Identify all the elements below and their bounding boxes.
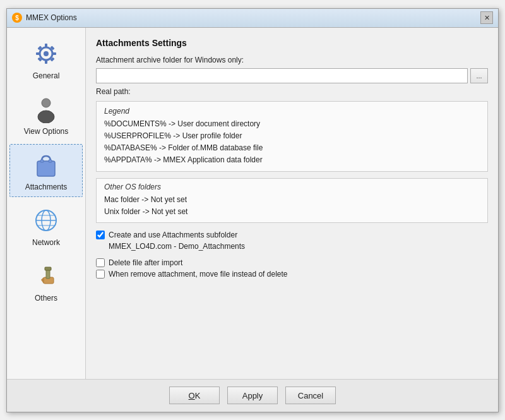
delete-checkbox-label[interactable]: Delete file after import	[109, 258, 182, 267]
sidebar-attachments-label: Attachments	[25, 183, 68, 191]
legend-item-1: %USERPROFILE% -> User profile folder	[104, 130, 480, 142]
svg-rect-23	[45, 267, 51, 270]
browse-button[interactable]: ...	[470, 68, 488, 83]
move-checkbox-row: When remove attachment, move file instea…	[96, 270, 488, 279]
svg-marker-21	[41, 277, 44, 284]
legend-item-3: %APPDATA% -> MMEX Application data folde…	[104, 154, 480, 166]
legend-title: Legend	[104, 107, 480, 116]
svg-rect-13	[40, 160, 44, 162]
other-os-item-0: Mac folder -> Not yet set	[104, 194, 480, 206]
delete-checkbox[interactable]	[96, 258, 105, 267]
title-bar: $ MMEX Options ✕	[7, 9, 498, 28]
attachments-icon	[31, 150, 61, 180]
others-icon	[31, 261, 61, 291]
sidebar-item-network[interactable]: Network	[9, 200, 83, 253]
subfolder-checkbox-row: Create and use Attachments subfolder	[96, 231, 488, 239]
section-title: Attachments Settings	[96, 38, 488, 48]
svg-point-1	[44, 51, 49, 56]
svg-rect-5	[52, 52, 56, 55]
sidebar-general-label: General	[33, 71, 60, 80]
svg-point-10	[42, 99, 50, 107]
move-checkbox[interactable]	[96, 270, 105, 279]
svg-rect-14	[49, 160, 52, 162]
legend-item-2: %DATABASE% -> Folder of.MMB database fil…	[104, 142, 480, 154]
sidebar-item-attachments[interactable]: Attachments	[9, 144, 83, 197]
sidebar-view-options-label: View Options	[24, 127, 68, 136]
subfolder-checkbox[interactable]	[96, 231, 105, 239]
other-os-box: Other OS folders Mac folder -> Not yet s…	[96, 178, 488, 222]
app-icon: $	[12, 13, 22, 23]
content-area: Attachments Settings Attachment archive …	[86, 28, 498, 379]
sidebar-item-general[interactable]: General	[9, 33, 83, 86]
move-checkbox-label[interactable]: When remove attachment, move file instea…	[109, 270, 287, 279]
svg-point-11	[38, 111, 54, 123]
svg-rect-2	[45, 44, 47, 47]
other-os-item-1: Unix folder -> Not yet set	[104, 206, 480, 218]
subfolder-path: MMEX_LO4D.com - Demo_Attachments	[109, 242, 488, 251]
sidebar: General View Options	[7, 28, 86, 379]
svg-rect-12	[37, 161, 55, 176]
svg-rect-3	[45, 60, 47, 64]
delete-checkbox-row: Delete file after import	[96, 258, 488, 267]
legend-item-0: %DOCUMENTS% -> User document directory	[104, 118, 480, 130]
network-icon	[31, 205, 61, 236]
svg-rect-4	[36, 52, 40, 55]
general-icon	[31, 39, 61, 69]
subfolder-checkbox-label[interactable]: Create and use Attachments subfolder	[109, 231, 237, 239]
sidebar-item-others[interactable]: Others	[9, 255, 83, 308]
sidebar-others-label: Others	[35, 294, 57, 303]
sidebar-item-view-options[interactable]: View Options	[9, 88, 83, 141]
bottom-bar: OK Apply Cancel	[7, 379, 498, 412]
close-button[interactable]: ✕	[480, 11, 493, 24]
window-title: MMEX Options	[26, 13, 480, 22]
sidebar-network-label: Network	[32, 238, 60, 247]
ok-button[interactable]: OK	[169, 387, 220, 404]
cancel-button[interactable]: Cancel	[285, 387, 336, 404]
view-options-icon	[31, 94, 61, 124]
archive-input-row: ...	[96, 68, 488, 83]
legend-box: Legend %DOCUMENTS% -> User document dire…	[96, 101, 488, 172]
other-os-title: Other OS folders	[104, 183, 480, 191]
apply-button[interactable]: Apply	[227, 387, 278, 404]
archive-path-input[interactable]	[96, 68, 468, 83]
realpath-label: Real path:	[96, 87, 488, 96]
archive-label: Attachment archive folder for Windows on…	[96, 56, 488, 64]
